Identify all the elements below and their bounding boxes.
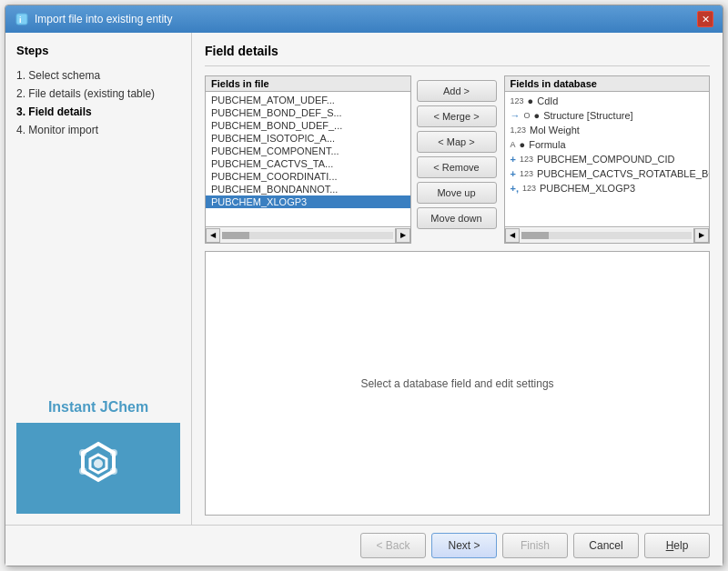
db-fields-scrollbar: ◀ ▶	[505, 226, 710, 243]
type-badge: O	[524, 111, 531, 120]
dialog-icon: i	[15, 12, 29, 26]
brand-name: Instant JChem	[48, 399, 148, 416]
db-field-molweight[interactable]: 1,23 Mol Weight	[505, 123, 710, 137]
close-button[interactable]: ✕	[697, 11, 713, 27]
type-badge: A	[511, 140, 516, 149]
db-field-name: PUBCHEM_XLOGP3	[540, 183, 635, 194]
back-button[interactable]: < Back	[360, 533, 426, 558]
plus-prefix: +	[511, 154, 516, 165]
scroll-right-arrow[interactable]: ▶	[396, 228, 410, 243]
h-scrollbar[interactable]	[220, 228, 396, 243]
file-field-item[interactable]: PUBCHEM_COORDINATI...	[206, 170, 410, 183]
dialog-title: Import file into existing entity	[35, 13, 172, 25]
svg-point-6	[79, 449, 86, 456]
db-field-name: PUBCHEM_COMPOUND_CID	[537, 154, 675, 165]
step-4: 4. Monitor import	[16, 121, 180, 139]
db-field-formula[interactable]: A ● Formula	[505, 137, 710, 152]
help-label-rest: elp	[673, 539, 688, 552]
sidebar: Steps 1. Select schema 2. File details (…	[5, 33, 192, 525]
plus-prefix: +,	[511, 183, 519, 194]
db-fields-list[interactable]: 123 ● CdId → O ● Structure [Structure]	[505, 92, 710, 226]
step-1: 1. Select schema	[16, 66, 180, 85]
step-4-number: 4.	[16, 124, 25, 136]
move-up-button[interactable]: Move up	[417, 182, 497, 204]
title-bar-left: i Import file into existing entity	[15, 12, 172, 26]
finish-button[interactable]: Finish	[502, 533, 568, 558]
db-fields-panel: Fields in database 123 ● CdId → O ●	[504, 75, 711, 244]
fields-row: Fields in file PUBCHEM_ATOM_UDEF... PUBC…	[205, 75, 710, 244]
plus-prefix: +	[511, 168, 516, 179]
dot-indicator: ●	[534, 110, 541, 121]
db-field-name: PUBCHEM_CACTVS_ROTATABLE_BON	[537, 168, 709, 179]
type-badge: 123	[522, 184, 536, 193]
db-h-scrollbar[interactable]	[520, 228, 695, 243]
merge-button[interactable]: < Merge >	[417, 105, 497, 127]
svg-text:i: i	[19, 15, 22, 25]
db-field-name: Formula	[529, 139, 565, 150]
brand-logo	[16, 423, 180, 514]
step-2: 2. File details (existing table)	[16, 85, 180, 103]
file-field-item[interactable]: PUBCHEM_CACTVS_TA...	[206, 157, 410, 170]
file-fields-panel: Fields in file PUBCHEM_ATOM_UDEF... PUBC…	[205, 75, 411, 244]
steps-heading: Steps	[16, 44, 180, 57]
add-button[interactable]: Add >	[417, 80, 497, 102]
db-scroll-left-arrow[interactable]: ◀	[505, 228, 520, 243]
settings-hint: Select a database field and edit setting…	[360, 377, 553, 390]
cancel-button[interactable]: Cancel	[573, 533, 639, 558]
file-field-item[interactable]: PUBCHEM_BOND_UDEF_...	[206, 119, 410, 132]
step-4-label: Monitor import	[28, 124, 98, 136]
step-2-label: File details (existing table)	[28, 87, 155, 100]
file-field-item[interactable]: PUBCHEM_ATOM_UDEF...	[206, 94, 410, 106]
sidebar-bottom: Instant JChem	[16, 399, 180, 514]
action-buttons: Add > < Merge > < Map > < Remove Move up…	[417, 75, 499, 244]
db-field-cactvs[interactable]: + 123 PUBCHEM_CACTVS_ROTATABLE_BON	[505, 166, 710, 181]
db-field-cdid[interactable]: 123 ● CdId	[505, 94, 710, 108]
field-details-area: Fields in file PUBCHEM_ATOM_UDEF... PUBC…	[205, 75, 710, 516]
file-field-item[interactable]: PUBCHEM_BONDANNOT...	[206, 183, 410, 195]
step-1-number: 1.	[16, 69, 25, 82]
dot-indicator: ●	[528, 95, 534, 106]
step-3-number: 3.	[16, 105, 25, 118]
type-badge: 1,23	[511, 125, 527, 135]
help-button[interactable]: Help	[644, 533, 710, 558]
svg-point-4	[94, 459, 103, 468]
svg-rect-0	[16, 14, 27, 25]
svg-point-5	[110, 449, 117, 456]
molecule-icon	[66, 436, 130, 500]
db-field-name: Structure [Structure]	[543, 110, 632, 121]
file-field-item[interactable]: PUBCHEM_ISOTOPIC_A...	[206, 132, 410, 145]
file-field-item-selected[interactable]: PUBCHEM_XLOGP3	[206, 195, 410, 208]
db-scroll-right-arrow[interactable]: ▶	[694, 228, 709, 243]
footer: < Back Next > Finish Cancel Help	[5, 525, 723, 566]
content-area: Steps 1. Select schema 2. File details (…	[5, 33, 723, 525]
db-field-name: Mol Weight	[530, 125, 580, 135]
steps-list: 1. Select schema 2. File details (existi…	[16, 66, 180, 139]
file-fields-title: Fields in file	[206, 76, 410, 92]
file-fields-scrollbar: ◀ ▶	[206, 226, 410, 243]
map-button[interactable]: < Map >	[417, 131, 497, 153]
page-title: Field details	[205, 44, 710, 66]
title-bar: i Import file into existing entity ✕	[5, 5, 723, 33]
step-3-label: Field details	[28, 105, 91, 118]
scroll-left-arrow[interactable]: ◀	[206, 228, 220, 243]
arrow-icon: →	[511, 110, 521, 121]
svg-point-7	[110, 467, 117, 475]
file-field-item[interactable]: PUBCHEM_COMPONENT...	[206, 145, 410, 157]
svg-point-8	[79, 467, 86, 475]
type-badge: 123	[511, 96, 524, 105]
move-down-button[interactable]: Move down	[417, 207, 497, 229]
step-3: 3. Field details	[16, 103, 180, 121]
remove-button[interactable]: < Remove	[417, 156, 497, 178]
type-badge: 123	[520, 169, 533, 178]
next-button[interactable]: Next >	[431, 533, 497, 558]
step-2-number: 2.	[16, 87, 25, 100]
file-fields-list[interactable]: PUBCHEM_ATOM_UDEF... PUBCHEM_BOND_DEF_S.…	[206, 92, 410, 226]
db-field-name: CdId	[537, 95, 558, 106]
db-field-xlogp3[interactable]: +, 123 PUBCHEM_XLOGP3	[505, 181, 710, 195]
db-field-compound-cid[interactable]: + 123 PUBCHEM_COMPOUND_CID	[505, 152, 710, 166]
type-badge: 123	[520, 155, 533, 164]
step-1-label: Select schema	[28, 69, 100, 82]
file-field-item[interactable]: PUBCHEM_BOND_DEF_S...	[206, 106, 410, 119]
db-field-structure[interactable]: → O ● Structure [Structure]	[505, 108, 710, 123]
settings-area: Select a database field and edit setting…	[205, 251, 710, 516]
